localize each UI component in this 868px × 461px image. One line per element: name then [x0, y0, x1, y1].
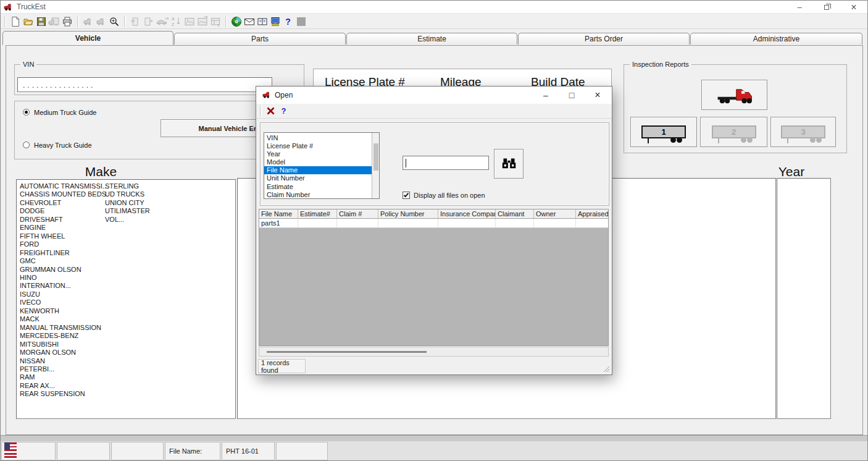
make-item[interactable]: VOL... [105, 216, 150, 224]
tractor-inspection-button[interactable] [701, 80, 767, 110]
search-field-item[interactable]: VIN [264, 134, 379, 142]
scrollbar-thumb[interactable] [373, 143, 378, 171]
cd-rom-icon[interactable] [230, 15, 243, 28]
make-item[interactable]: GRUMMAN OLSON [20, 266, 108, 274]
grid-cell[interactable] [576, 219, 609, 227]
dialog-minimize-icon[interactable]: – [533, 87, 559, 103]
grid-column-header[interactable]: Owner [534, 209, 576, 218]
search-field-list[interactable]: VINLicense Plate #YearModelFile NameUnit… [264, 132, 380, 199]
heavy-truck-guide-radio[interactable] [23, 142, 30, 148]
make-item[interactable]: PETERBI... [20, 365, 108, 373]
grid-column-header[interactable]: Claim # [337, 209, 378, 218]
make-item[interactable]: CHASSIS MOUNTED BEDS [20, 190, 108, 198]
make-item[interactable]: RAM [20, 373, 108, 381]
search-input[interactable] [403, 156, 489, 170]
hscroll-thumb[interactable] [267, 351, 427, 353]
grid-column-header[interactable]: File Name [259, 209, 298, 218]
make-item[interactable]: REAR AX... [20, 382, 108, 390]
make-item[interactable]: UNION CITY [105, 199, 150, 207]
search-field-item[interactable]: Unit Number [264, 174, 379, 182]
minimize-icon[interactable]: – [786, 1, 813, 14]
resize-grip-icon[interactable] [603, 366, 610, 373]
grid-cell[interactable] [496, 219, 534, 227]
grid-column-header[interactable]: Policy Number [378, 209, 438, 218]
grid-column-header[interactable]: Estimate# [298, 209, 337, 218]
make-item[interactable]: MACK [20, 315, 108, 323]
medium-truck-guide-radio[interactable] [23, 109, 30, 116]
make-item[interactable]: IVECO [20, 298, 108, 307]
make-item[interactable]: REAR SUSPENSION [20, 390, 108, 398]
computer-icon[interactable] [269, 15, 282, 28]
make-item[interactable]: FORD [20, 240, 108, 248]
make-item[interactable]: UD TRUCKS [105, 190, 150, 198]
search-field-item[interactable]: Year [264, 150, 379, 158]
make-item[interactable]: UTILIMASTER [105, 207, 150, 215]
make-item[interactable]: KENWORTH [20, 307, 108, 315]
make-item[interactable]: INTERNATION... [20, 282, 108, 290]
make-item[interactable]: GMC [20, 257, 108, 265]
grid-cell[interactable] [438, 219, 496, 227]
make-item[interactable]: DRIVESHAFT [20, 216, 108, 224]
year-list[interactable] [777, 178, 831, 419]
make-item[interactable]: STERLING [105, 182, 150, 190]
grid-cell[interactable] [337, 219, 378, 227]
make-item[interactable]: FREIGHTLINER [20, 249, 108, 257]
tab-parts-order[interactable]: Parts Order [518, 33, 690, 44]
make-item[interactable]: DODGE [20, 207, 108, 215]
make-item[interactable]: NISSAN [20, 357, 108, 365]
grid-column-header[interactable]: Appraised fo [576, 209, 609, 218]
dialog-help-icon[interactable]: ? [277, 105, 290, 117]
tab-administrative[interactable]: Administrative [690, 33, 862, 44]
search-field-item[interactable]: File Name [264, 166, 379, 174]
email-icon[interactable] [243, 15, 256, 28]
dialog-maximize-icon[interactable]: □ [559, 87, 585, 103]
dialog-close-icon[interactable]: × [585, 87, 611, 103]
trailer-1-inspection-button[interactable]: 1 [630, 117, 697, 147]
make-item[interactable]: ISUZU [20, 290, 108, 298]
grid-cell[interactable]: parts1 [259, 219, 298, 227]
find-button[interactable] [494, 149, 524, 179]
grid-column-header[interactable]: Insurance Company [438, 209, 496, 218]
make-item[interactable]: MORGAN OLSON [20, 349, 108, 357]
toolbar-grip [225, 16, 227, 27]
new-document-icon[interactable] [9, 15, 22, 28]
grid-column-header[interactable]: Claimant [496, 209, 534, 218]
grid-cell[interactable] [298, 219, 337, 227]
tab-vehicle[interactable]: Vehicle [2, 31, 173, 45]
zoom-in-icon[interactable] [107, 15, 120, 28]
make-list[interactable]: AUTOMATIC TRANSMISSI...CHASSIS MOUNTED B… [16, 179, 236, 419]
make-item[interactable]: MERCEDES-BENZ [20, 332, 108, 340]
svg-text:A: A [172, 17, 175, 21]
ledger-icon[interactable] [256, 15, 269, 28]
search-field-item[interactable]: Claim Number [264, 191, 379, 199]
grid-horizontal-scrollbar[interactable] [259, 347, 609, 357]
make-item[interactable]: FIFTH WHEEL [20, 232, 108, 240]
grid-data-row[interactable]: parts1 [259, 219, 608, 228]
restore-icon[interactable] [813, 1, 840, 14]
open-folder-icon[interactable] [22, 15, 35, 28]
field-list-scrollbar[interactable] [372, 133, 379, 198]
make-item[interactable]: HINO [20, 274, 108, 282]
make-item[interactable]: MANUAL TRANSMISSION [20, 324, 108, 332]
close-icon[interactable]: × [840, 1, 867, 14]
statusbar-flag-panel [1, 442, 56, 460]
blank-square-icon [294, 15, 307, 28]
grid-cell[interactable] [378, 219, 438, 227]
make-item[interactable]: ENGINE [20, 224, 108, 232]
heavy-truck-guide-label: Heavy Truck Guide [34, 142, 92, 149]
close-x-icon[interactable] [264, 105, 277, 117]
grid-cell[interactable] [534, 219, 576, 227]
search-field-item[interactable]: Model [264, 158, 379, 166]
search-field-item[interactable]: Estimate [264, 183, 379, 191]
help-icon[interactable]: ? [282, 15, 294, 28]
make-item[interactable]: AUTOMATIC TRANSMISSI... [20, 182, 108, 190]
search-field-item[interactable]: License Plate # [264, 142, 379, 150]
vin-input[interactable]: ................ [17, 77, 272, 92]
make-item[interactable]: MITSUBISHI [20, 340, 108, 349]
tab-parts[interactable]: Parts [174, 33, 346, 44]
display-all-files-checkbox[interactable] [403, 192, 410, 199]
make-item[interactable]: CHEVROLET [20, 199, 108, 207]
save-icon[interactable] [35, 15, 48, 28]
tab-estimate[interactable]: Estimate [346, 33, 517, 44]
print-icon[interactable] [61, 15, 73, 28]
